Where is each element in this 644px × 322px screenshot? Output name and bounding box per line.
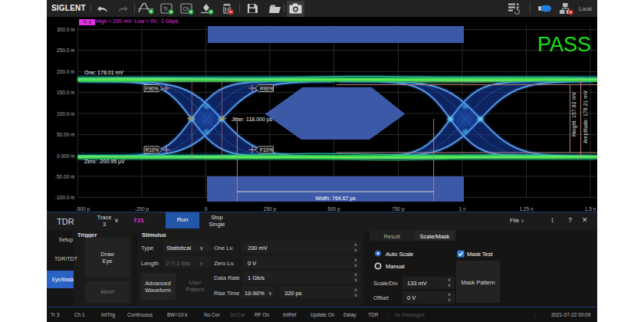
svg-text:1.5 n: 1.5 n bbox=[585, 206, 596, 212]
svg-text:PASS: PASS bbox=[537, 33, 591, 56]
svg-text:1.25 n: 1.25 n bbox=[519, 206, 533, 212]
svg-text:150.0 m: 150.0 m bbox=[57, 90, 75, 95]
svg-text:Jitter: 118.000 ps: Jitter: 118.000 ps bbox=[232, 117, 273, 123]
svg-text:F10%: F10% bbox=[260, 147, 273, 153]
svg-text:250.0 m: 250.0 m bbox=[57, 48, 75, 53]
svg-text:200.0 m: 200.0 m bbox=[57, 69, 75, 74]
svg-text:-50.00 m: -50.00 m bbox=[55, 174, 75, 179]
svg-text:0: 0 bbox=[205, 206, 208, 212]
svg-text:F90%: F90% bbox=[146, 86, 159, 91]
svg-text:Local: Local bbox=[579, 6, 592, 12]
svg-text:Zero: -200.95 µV: Zero: -200.95 µV bbox=[84, 159, 125, 165]
svg-text:Tr: Tr bbox=[163, 6, 169, 12]
svg-text:R10%: R10% bbox=[146, 147, 159, 153]
svg-text:300.0 m: 300.0 m bbox=[57, 27, 75, 32]
svg-text:1 n: 1 n bbox=[458, 206, 465, 212]
svg-text:Height: 157.82 mV: Height: 157.82 mV bbox=[571, 92, 577, 136]
svg-text:0.000 m: 0.000 m bbox=[57, 153, 75, 159]
svg-text:R90%: R90% bbox=[260, 86, 274, 91]
svg-text:50.00 m: 50.00 m bbox=[57, 132, 75, 137]
svg-text:Width: 764.67 ps: Width: 764.67 ps bbox=[315, 196, 356, 202]
svg-text:Amplitude: 178.21 mV: Amplitude: 178.21 mV bbox=[583, 90, 589, 143]
svg-text:-100.0 m: -100.0 m bbox=[55, 195, 75, 200]
svg-text:100.0 m: 100.0 m bbox=[57, 111, 75, 117]
svg-text:One: 178.01 mV: One: 178.01 mV bbox=[84, 70, 123, 75]
